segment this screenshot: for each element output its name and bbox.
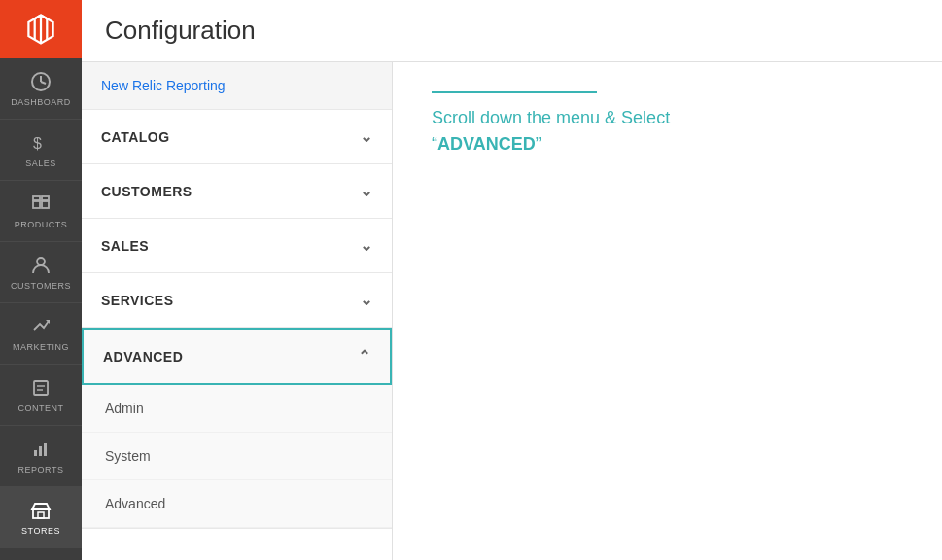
advanced-sub-item-system[interactable]: System <box>82 433 392 480</box>
callout-text: Scroll down the menu & Select “ADVANCED” <box>432 105 723 158</box>
svg-rect-3 <box>33 201 40 208</box>
sales-header[interactable]: SALES ⌄ <box>82 219 392 272</box>
sales-chevron-icon: ⌄ <box>360 236 373 255</box>
menu-section-sales[interactable]: SALES ⌄ <box>82 219 392 273</box>
products-icon <box>29 192 52 216</box>
menu-section-customers[interactable]: CUSTOMERS ⌄ <box>82 164 392 219</box>
sidebar-item-label-stores: STORES <box>21 526 60 536</box>
customers-header[interactable]: CUSTOMERS ⌄ <box>82 164 392 218</box>
svg-rect-12 <box>34 450 37 456</box>
admin-label: Admin <box>105 401 144 416</box>
svg-rect-4 <box>42 201 49 208</box>
content-icon <box>29 376 52 400</box>
services-label: SERVICES <box>101 293 174 308</box>
svg-rect-13 <box>39 446 42 456</box>
page-title: Configuration <box>105 16 919 46</box>
catalog-header[interactable]: CATALOG ⌄ <box>82 110 392 163</box>
catalog-chevron-icon: ⌄ <box>360 127 373 146</box>
advanced-sub-item-advanced[interactable]: Advanced <box>82 480 392 528</box>
svg-text:$: $ <box>33 135 42 152</box>
menu-item-new-relic[interactable]: New Relic Reporting <box>82 62 392 110</box>
callout-text-highlight: ADVANCED <box>437 134 536 154</box>
sidebar-item-reports[interactable]: REPORTS <box>0 426 82 487</box>
sidebar: DASHBOARD $ SALES PRODUCTS CUSTOMERS MAR… <box>0 0 82 560</box>
sidebar-item-label-sales: SALES <box>25 158 56 168</box>
marketing-icon <box>29 315 52 338</box>
catalog-label: CATALOG <box>101 129 170 145</box>
svg-rect-5 <box>33 196 40 200</box>
sidebar-logo <box>0 0 82 58</box>
svg-rect-16 <box>38 512 44 518</box>
advanced-sub-item-admin[interactable]: Admin <box>82 385 392 433</box>
sidebar-item-label-marketing: MARKETING <box>13 342 69 352</box>
sidebar-item-label-customers: CUSTOMERS <box>11 281 71 291</box>
callout-text-part2: ” <box>536 134 541 154</box>
sidebar-item-sales[interactable]: $ SALES <box>0 120 82 181</box>
customers-icon <box>29 254 52 277</box>
advanced-header[interactable]: ADVANCED ⌃ <box>82 328 392 385</box>
svg-rect-14 <box>44 443 47 456</box>
menu-section-catalog[interactable]: CATALOG ⌄ <box>82 110 392 164</box>
sidebar-item-products[interactable]: PRODUCTS <box>0 181 82 242</box>
reports-icon <box>29 438 52 461</box>
customers-label: CUSTOMERS <box>101 184 192 199</box>
svg-rect-6 <box>42 196 49 200</box>
new-relic-label: New Relic Reporting <box>101 78 226 93</box>
svg-rect-9 <box>34 381 48 395</box>
customers-chevron-icon: ⌄ <box>360 182 373 200</box>
advanced-chevron-icon: ⌃ <box>358 347 371 366</box>
left-navigation-panel: New Relic Reporting CATALOG ⌄ CUSTOMERS … <box>82 62 393 560</box>
right-panel: Scroll down the menu & Select “ADVANCED” <box>393 62 942 560</box>
menu-section-services[interactable]: SERVICES ⌄ <box>82 273 392 328</box>
sidebar-item-stores[interactable]: STORES <box>0 487 82 548</box>
menu-section-advanced[interactable]: ADVANCED ⌃ Admin System Advanced <box>82 328 392 529</box>
main-content: Configuration New Relic Reporting CATALO… <box>82 0 942 560</box>
content-area: New Relic Reporting CATALOG ⌄ CUSTOMERS … <box>82 62 942 560</box>
dashboard-icon <box>29 70 52 93</box>
sidebar-item-marketing[interactable]: MARKETING <box>0 303 82 365</box>
advanced-label: ADVANCED <box>103 349 183 365</box>
svg-point-7 <box>37 258 45 265</box>
sales-label: SALES <box>101 238 149 254</box>
page-header: Configuration <box>82 0 942 62</box>
magento-logo-icon <box>23 12 58 47</box>
sidebar-item-customers[interactable]: CUSTOMERS <box>0 242 82 303</box>
sidebar-item-dashboard[interactable]: DASHBOARD <box>0 58 82 120</box>
sidebar-item-label-content: CONTENT <box>18 403 64 413</box>
sidebar-item-content[interactable]: CONTENT <box>0 365 82 426</box>
sidebar-item-label-products: PRODUCTS <box>15 220 68 229</box>
sidebar-item-label-reports: REPORTS <box>18 465 64 474</box>
callout-line <box>432 91 597 93</box>
advanced-sub-label: Advanced <box>105 496 165 511</box>
system-label: System <box>105 448 151 464</box>
sales-icon: $ <box>29 131 52 155</box>
sidebar-item-label-dashboard: DASHBOARD <box>11 97 71 107</box>
services-header[interactable]: SERVICES ⌄ <box>82 273 392 327</box>
svg-rect-15 <box>33 509 49 518</box>
stores-icon <box>29 499 52 522</box>
services-chevron-icon: ⌄ <box>360 291 373 309</box>
